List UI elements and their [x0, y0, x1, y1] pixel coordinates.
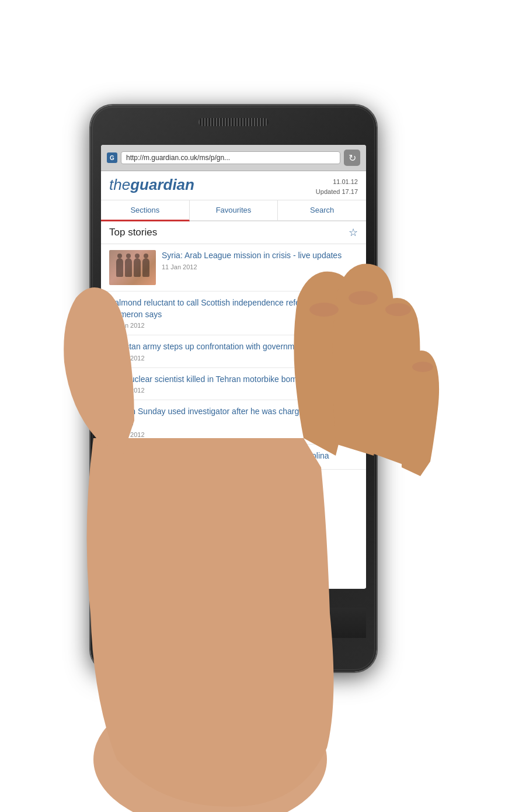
browser-url[interactable]: http://m.guardian.co.uk/ms/p/gn... — [121, 151, 340, 164]
article-date: 11 Jan 2012 — [109, 355, 358, 362]
article-thumbnail — [109, 250, 156, 285]
search-icon: 🔍 — [317, 616, 330, 629]
menu-icon: menu — [192, 619, 211, 626]
article-title: Iran nuclear scientist killed in Tehran … — [109, 374, 358, 386]
guardian-meta: 11.01.12 Updated 17.17 — [316, 177, 358, 196]
browser-favicon-icon: G — [107, 152, 117, 163]
back-button[interactable]: ↩ — [260, 616, 269, 630]
phone-device: G http://m.guardian.co.uk/ms/p/gn... ↻ t… — [90, 105, 377, 672]
guardian-logo: theguardian — [109, 177, 194, 192]
section-title: Top stories — [109, 227, 157, 238]
phone-screen: G http://m.guardian.co.uk/ms/p/gn... ↻ t… — [101, 145, 366, 589]
svg-point-3 — [385, 303, 411, 316]
nav-sections[interactable]: Sections — [101, 200, 190, 221]
article-title: Syria: Arab League mission in crisis - l… — [162, 250, 342, 261]
article-title: Republican candidates chase Mitt Romney … — [109, 450, 358, 462]
article-title: Mail on Sunday used investigator after h… — [109, 406, 358, 429]
browser-bar: G http://m.guardian.co.uk/ms/p/gn... ↻ — [101, 145, 366, 171]
news-list: Syria: Arab League mission in crisis - l… — [101, 244, 366, 470]
list-item[interactable]: Salmond reluctant to call Scottish indep… — [101, 292, 366, 335]
guardian-header: theguardian 11.01.12 Updated 17.17 — [101, 171, 366, 200]
logo-the: the — [109, 176, 130, 193]
nav-search[interactable]: Search — [278, 200, 366, 220]
list-item[interactable]: Iran nuclear scientist killed in Tehran … — [101, 368, 366, 401]
featured-article[interactable]: Syria: Arab League mission in crisis - l… — [101, 244, 366, 292]
guardian-navigation: Sections Favourites Search — [101, 200, 366, 221]
list-item[interactable]: Pakistan army steps up confrontation wit… — [101, 335, 366, 368]
list-item[interactable]: Mail on Sunday used investigator after h… — [101, 400, 366, 444]
home-button[interactable]: ⌂ — [137, 616, 144, 630]
search-hardware-button[interactable]: 🔍 — [317, 616, 330, 630]
menu-button[interactable]: menu — [192, 619, 211, 627]
list-item[interactable]: Republican candidates chase Mitt Romney … — [101, 445, 366, 470]
scene: G http://m.guardian.co.uk/ms/p/gn... ↻ t… — [0, 0, 505, 812]
svg-point-4 — [412, 362, 433, 372]
browser-refresh-button[interactable]: ↻ — [344, 150, 360, 166]
logo-guardian: guardian — [130, 176, 194, 193]
guardian-page: theguardian 11.01.12 Updated 17.17 Secti… — [101, 171, 366, 588]
home-icon: ⌂ — [137, 616, 144, 629]
htc-brand: htc — [224, 648, 243, 659]
nav-favourites[interactable]: Favourites — [190, 200, 278, 220]
article-title: Pakistan army steps up confrontation wit… — [109, 341, 358, 353]
svg-point-0 — [93, 689, 327, 812]
article-title: Salmond reluctant to call Scottish indep… — [109, 297, 358, 320]
article-date: 11 Jan 2012 — [109, 431, 358, 438]
article-date: 11 Jan 2012 — [109, 322, 358, 329]
speaker-grille — [198, 118, 269, 126]
section-header: Top stories ☆ — [101, 221, 366, 244]
bookmark-star-icon[interactable]: ☆ — [349, 226, 358, 239]
article-date: 11 Jan 2012 — [162, 263, 342, 270]
article-date: 11 Jan 2012 — [109, 387, 358, 394]
back-icon: ↩ — [260, 616, 269, 629]
phone-bottom-bar: ⌂ menu ↩ 🔍 — [101, 608, 366, 638]
